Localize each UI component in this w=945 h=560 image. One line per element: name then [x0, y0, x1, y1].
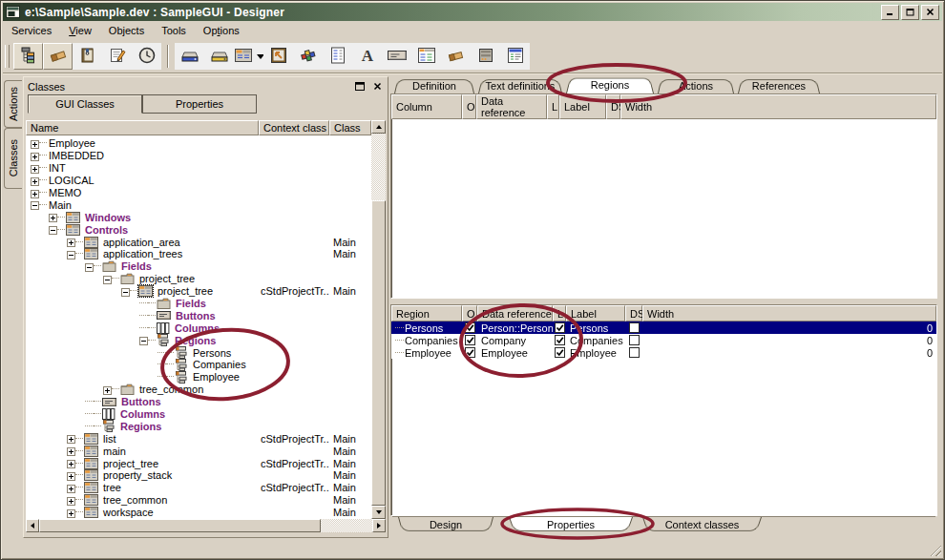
expand-plus-icon[interactable] — [49, 213, 57, 221]
column-header-label[interactable]: Label — [559, 94, 606, 119]
toolbar-button-server-box[interactable] — [471, 43, 500, 70]
tree-item-employee[interactable]: Employee — [26, 137, 371, 150]
collapse-minus-icon[interactable] — [67, 250, 75, 259]
tree-item-fields[interactable]: Fields — [26, 298, 371, 310]
tree-item-columns[interactable]: Columns — [26, 408, 371, 421]
resize-grip[interactable] — [929, 544, 941, 556]
scroll-up-button[interactable] — [371, 120, 386, 134]
toolbar-button-preview-window[interactable] — [263, 43, 293, 70]
toolbar-button-list-window[interactable] — [500, 43, 530, 70]
column-header-class[interactable]: Class — [329, 120, 371, 135]
dock-tab-actions[interactable]: Actions — [4, 80, 22, 128]
tree-item-tree-common[interactable]: tree_commonMain — [26, 494, 371, 507]
expand-plus-icon[interactable] — [67, 446, 75, 455]
scroll-left-button[interactable] — [26, 519, 39, 532]
minimize-button[interactable] — [881, 5, 899, 20]
column-header-data-reference[interactable]: Data reference — [477, 305, 553, 321]
tree-item-columns[interactable]: Columns — [26, 321, 371, 334]
column-header-ds[interactable]: DS — [625, 305, 642, 321]
column-header-width[interactable]: Width — [642, 305, 936, 321]
expand-plus-icon[interactable] — [67, 508, 75, 517]
tab-text-definitions[interactable]: Text definitions — [478, 78, 562, 93]
tree-item-project-tree[interactable]: project_treecStdProjectTr...Main — [26, 457, 371, 469]
tab-context-classes[interactable]: Context classes — [642, 517, 762, 532]
tree-item-employee[interactable]: Employee — [26, 371, 371, 384]
tree-item-regions[interactable]: Regions — [26, 420, 371, 432]
column-header-context-class[interactable]: Context class — [259, 120, 329, 135]
tree-item-persons[interactable]: Persons — [26, 346, 371, 359]
tab-references[interactable]: References — [738, 78, 820, 93]
expand-plus-icon[interactable] — [31, 152, 39, 160]
collapse-minus-icon[interactable] — [31, 200, 39, 209]
tree-item-main[interactable]: Main — [26, 198, 371, 211]
column-header-data-reference[interactable]: Data reference — [476, 94, 547, 119]
tree-item-imbedded[interactable]: IMBEDDED — [26, 150, 371, 162]
tab-properties[interactable]: Properties — [142, 94, 257, 114]
tree-item-windows[interactable]: Windows — [26, 211, 371, 223]
maximize-button[interactable] — [901, 5, 919, 20]
toolbar-button-grid-window[interactable] — [411, 43, 441, 70]
tree-item-application-area[interactable]: application_areaMain — [26, 236, 371, 248]
tree-horizontal-scrollbar[interactable] — [26, 519, 386, 532]
tree-item-project-tree[interactable]: project_treecStdProjectTr...Main — [26, 285, 371, 298]
tree-item-tree[interactable]: treecStdProjectTr...Main — [26, 482, 371, 494]
expand-plus-icon[interactable] — [31, 176, 39, 185]
toolbar-button-font-a[interactable]: A — [352, 43, 382, 70]
tab-properties[interactable]: Properties — [509, 517, 633, 532]
region-row-persons[interactable]: PersonsPerson::PersonsPersons0 — [391, 321, 936, 334]
tab-definition[interactable]: Definition — [394, 78, 474, 93]
columns-table[interactable]: ColumnOData referenceLLabelDSWidth — [390, 93, 937, 299]
ds-checkbox[interactable] — [629, 322, 640, 333]
expand-plus-icon[interactable] — [67, 496, 75, 505]
expand-plus-icon[interactable] — [103, 385, 112, 394]
tab-actions[interactable]: Actions — [658, 78, 734, 93]
column-header-width[interactable]: Width — [620, 94, 936, 119]
l-checkbox[interactable] — [555, 347, 565, 358]
toolbar-button-drive-blue[interactable] — [175, 43, 204, 70]
scroll-down-button[interactable] — [371, 506, 386, 519]
menu-view[interactable]: View — [60, 23, 100, 38]
toolbar-button-eraser[interactable] — [43, 43, 73, 70]
hscroll-track[interactable] — [321, 519, 372, 532]
toolbar-button-report[interactable] — [323, 43, 352, 70]
expand-plus-icon[interactable] — [67, 459, 75, 467]
tree-item-memo[interactable]: MEMO — [26, 187, 371, 199]
menu-objects[interactable]: Objects — [100, 23, 153, 38]
column-header-column[interactable]: Column — [391, 94, 462, 119]
o-checkbox[interactable] — [465, 335, 475, 345]
toolbar-button-form-window[interactable] — [234, 43, 263, 70]
tree-item-tree-common[interactable]: tree_common — [26, 384, 371, 396]
o-checkbox[interactable] — [465, 322, 475, 333]
tree-item-project-tree[interactable]: project_tree — [26, 273, 371, 285]
tree-vertical-scrollbar[interactable] — [371, 120, 386, 519]
tree-item-property-stack[interactable]: property_stackMain — [26, 469, 371, 482]
collapse-minus-icon[interactable] — [85, 262, 94, 271]
expand-plus-icon[interactable] — [67, 471, 75, 480]
tree-item-main[interactable]: mainMain — [26, 445, 371, 457]
expand-plus-icon[interactable] — [67, 434, 75, 443]
column-header-l[interactable]: L — [553, 305, 566, 321]
tab-gui-classes[interactable]: GUI Classes — [28, 94, 142, 114]
close-button[interactable] — [921, 5, 939, 20]
tab-design[interactable]: Design — [398, 517, 494, 532]
expand-plus-icon[interactable] — [31, 189, 39, 197]
collapse-minus-icon[interactable] — [121, 287, 130, 296]
tree-item-regions[interactable]: Regions — [26, 334, 371, 346]
float-button[interactable] — [353, 81, 367, 93]
tree-item-list[interactable]: listcStdProjectTr...Main — [26, 432, 371, 445]
expand-plus-icon[interactable] — [31, 164, 39, 173]
collapse-minus-icon[interactable] — [103, 275, 112, 283]
l-checkbox[interactable] — [555, 322, 565, 333]
l-checkbox[interactable] — [555, 335, 565, 345]
dock-tab-classes[interactable]: Classes — [4, 128, 22, 189]
tree-item-int[interactable]: INT — [26, 162, 371, 175]
o-checkbox[interactable] — [465, 347, 475, 358]
toolbar-button-hierarchy-tree[interactable] — [13, 43, 43, 70]
column-header-o[interactable]: O — [462, 305, 477, 321]
tree-item-buttons[interactable]: Buttons — [26, 396, 371, 408]
column-header-label[interactable]: Label — [566, 305, 625, 321]
toolbar-button-eraser-flat[interactable] — [441, 43, 471, 70]
tab-regions[interactable]: Regions — [566, 76, 654, 93]
region-row-companies[interactable]: CompaniesCompanyCompanies0 — [391, 334, 936, 346]
tree-item-fields[interactable]: Fields — [26, 260, 371, 273]
